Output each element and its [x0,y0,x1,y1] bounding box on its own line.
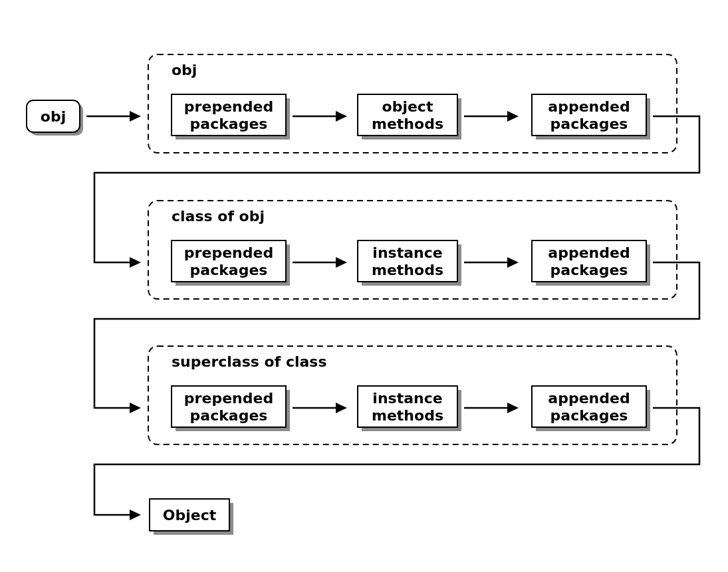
svg-marker-12 [507,111,519,122]
g2-left: prepended packages [172,386,290,431]
group-superclass-title: superclass of class [172,353,327,370]
g1-left-l2: packages [190,262,268,278]
group-superclass: superclass of class prepended packages i… [148,346,677,444]
group-obj-title: obj [172,62,197,78]
arrow-start-to-g0 [86,111,141,122]
g2-right-l1: appended [548,390,630,407]
svg-marker-27 [130,403,141,413]
arrow-g0-2 [464,111,519,122]
svg-marker-36 [507,403,519,413]
g0-left-l2: packages [190,116,268,132]
group-class: class of obj prepended packages instance… [148,201,677,299]
g1-left-l1: prepended [184,244,273,261]
node-object: Object [150,499,233,535]
g1-right-l1: appended [548,244,630,261]
arrow-g1-2 [464,257,519,268]
node-obj: obj [27,100,83,136]
g1-mid: instance methods [358,240,461,286]
g2-right: appended packages [532,386,650,431]
group-class-title: class of obj [172,208,265,225]
svg-marker-15 [130,257,141,268]
arrow-g0-1 [293,111,347,122]
g2-left-l2: packages [190,407,268,424]
g0-mid: object methods [358,94,461,140]
g2-mid: instance methods [358,386,461,431]
g0-right: appended packages [532,94,650,140]
g1-mid-l1: instance [372,244,442,261]
g1-mid-l2: methods [372,262,443,278]
arrow-g2-1 [293,403,347,413]
group-obj: obj prepended packages object methods [148,54,677,153]
node-obj-label: obj [41,108,66,125]
g2-mid-l2: methods [372,407,443,424]
g1-left: prepended packages [172,240,290,286]
svg-marker-3 [130,111,141,122]
arrow-g2-2 [464,403,519,413]
node-object-label: Object [163,507,217,524]
svg-marker-8 [336,111,347,122]
g2-right-l2: packages [550,407,628,424]
g0-left: prepended packages [172,94,290,140]
g2-mid-l1: instance [372,390,442,407]
g2-left-l1: prepended [184,390,273,407]
svg-marker-32 [336,403,347,413]
arrow-g1-1 [293,257,347,268]
g1-right-l2: packages [550,262,628,278]
svg-marker-20 [336,257,347,268]
svg-marker-39 [130,510,141,520]
g0-right-l2: packages [550,116,628,132]
g0-mid-l2: methods [372,116,443,132]
g0-mid-l1: object [382,98,433,115]
svg-marker-24 [507,257,519,268]
g1-right: appended packages [532,240,650,286]
g0-left-l1: prepended [184,98,273,115]
g0-right-l1: appended [548,98,630,115]
